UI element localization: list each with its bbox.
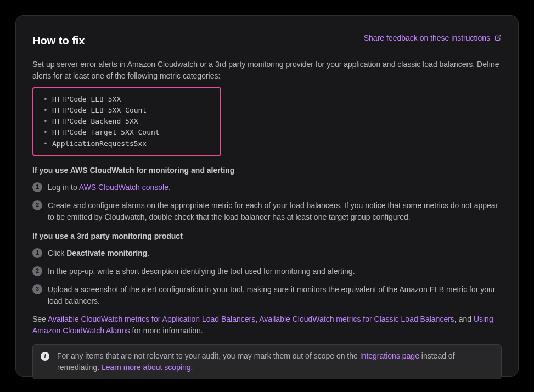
- integrations-page-link[interactable]: Integrations page: [360, 351, 419, 360]
- section-label-aws: If you use AWS CloudWatch for monitoring…: [32, 165, 502, 176]
- metric-item: HTTPCode_Backend_5XX: [43, 116, 220, 127]
- step-number-badge: 1: [32, 182, 42, 192]
- step-item: 1 Log in to AWS CloudWatch console.: [32, 182, 502, 193]
- step-text: Upload a screenshot of the alert configu…: [48, 284, 502, 307]
- share-feedback-link[interactable]: Share feedback on these instructions: [364, 32, 502, 44]
- step-number-badge: 1: [32, 248, 42, 258]
- step-number-badge: 3: [32, 284, 42, 294]
- cloudwatch-console-link[interactable]: AWS CloudWatch console: [79, 183, 168, 192]
- external-link-icon: [494, 34, 502, 41]
- header-row: How to fix Share feedback on these instr…: [32, 32, 502, 49]
- step-text: Create and configure alarms on the appro…: [48, 200, 502, 223]
- metric-item: HTTPCode_Target_5XX_Count: [43, 127, 220, 138]
- deactivate-monitoring-label: Deactivate monitoring: [66, 249, 147, 257]
- steps-3p: 1 Click Deactivate monitoring. 2 In the …: [32, 248, 502, 307]
- section-label-3p: If you use a 3rd party monitoring produc…: [32, 231, 502, 242]
- share-feedback-label: Share feedback on these instructions: [364, 33, 490, 42]
- step-text: Click Deactivate monitoring.: [48, 248, 502, 259]
- step-item: 1 Click Deactivate monitoring.: [32, 248, 502, 259]
- page-title: How to fix: [32, 32, 85, 49]
- metric-item: HTTPCode_ELB_5XX: [43, 94, 220, 105]
- step-text: Log in to AWS CloudWatch console.: [48, 182, 502, 193]
- step-number-badge: 2: [32, 200, 42, 210]
- svg-line-0: [497, 35, 501, 38]
- step-item: 2 In the pop-up, write a short descripti…: [32, 266, 502, 277]
- info-icon: i: [41, 352, 49, 361]
- intro-text: Set up server error alerts in Amazon Clo…: [32, 59, 502, 82]
- info-text: For any items that are not relevant to y…: [57, 350, 493, 373]
- see-also-text: See Available CloudWatch metrics for App…: [32, 313, 502, 337]
- clb-metrics-link[interactable]: Available CloudWatch metrics for Classic…: [259, 315, 454, 323]
- alb-metrics-link[interactable]: Available CloudWatch metrics for Applica…: [48, 315, 255, 323]
- instructions-card: How to fix Share feedback on these instr…: [15, 15, 519, 377]
- steps-aws: 1 Log in to AWS CloudWatch console. 2 Cr…: [32, 182, 502, 223]
- step-number-badge: 2: [32, 266, 42, 276]
- scoping-link[interactable]: Learn more about scoping: [102, 363, 191, 372]
- step-text: In the pop-up, write a short description…: [48, 266, 502, 277]
- info-callout: i For any items that are not relevant to…: [32, 344, 502, 379]
- metrics-list: HTTPCode_ELB_5XX HTTPCode_ELB_5XX_Count …: [33, 94, 220, 149]
- step-item: 3 Upload a screenshot of the alert confi…: [32, 284, 502, 307]
- metric-item: HTTPCode_ELB_5XX_Count: [43, 105, 220, 116]
- metrics-highlight-box: HTTPCode_ELB_5XX HTTPCode_ELB_5XX_Count …: [32, 87, 221, 156]
- step-item: 2 Create and configure alarms on the app…: [32, 200, 502, 223]
- metric-item: ApplicationRequests5xx: [43, 138, 220, 149]
